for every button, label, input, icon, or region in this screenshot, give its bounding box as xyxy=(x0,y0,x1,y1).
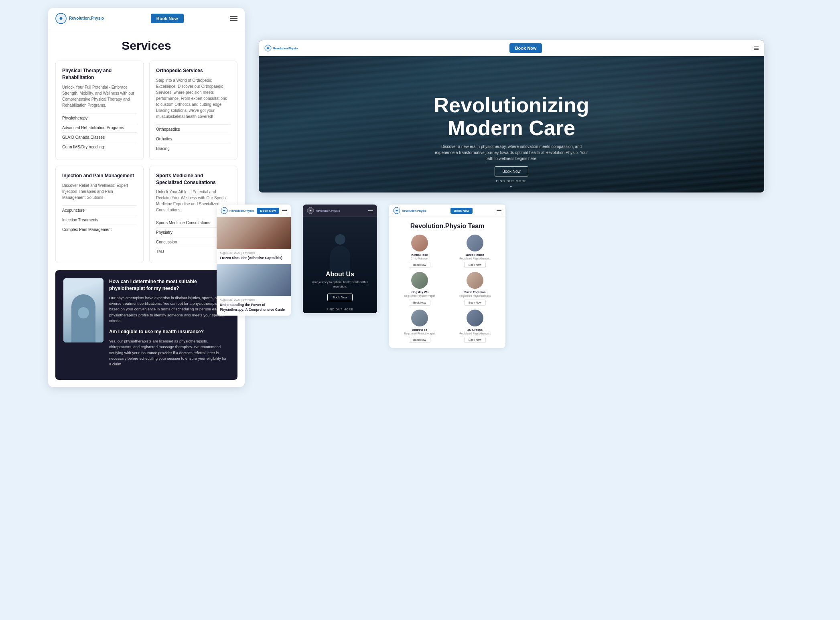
service-card-desc: Step into a World of Orthopedic Excellen… xyxy=(156,77,231,120)
hero-book-button[interactable]: Book Now xyxy=(495,166,528,176)
blog-hamburger-icon[interactable] xyxy=(282,209,287,213)
hero-subtitle: Discover a new era in physiotherapy, whe… xyxy=(431,144,592,162)
service-card-title: Sports Medicine and Specialized Consulta… xyxy=(156,172,231,186)
find-out-more-label: FIND OUT MORE xyxy=(496,179,527,188)
team-logo: Revolution.Physio xyxy=(393,207,426,214)
service-link-complex-pain[interactable]: Complex Pain Management xyxy=(62,225,137,234)
blog-post-2-meta: August 21, 2023 | 5 minutes xyxy=(217,296,291,302)
faq-question-1: How can I determine the most suitable ph… xyxy=(109,278,229,292)
hero-title-line1: Revolutionizing Modern Care xyxy=(431,94,592,140)
team-logo-text: Revolution.Physio xyxy=(402,209,426,212)
team-member-0: Kimia Rose Clinic Manager Book Now xyxy=(394,235,445,268)
member-name-1: Jared Ramos xyxy=(465,253,484,257)
team-hamburger-icon[interactable] xyxy=(497,209,501,213)
member-book-button-2[interactable]: Book Now xyxy=(409,300,430,306)
hero-logo-icon xyxy=(264,45,272,52)
blog-panel: Revolution.Physio Book Now August 30, 20… xyxy=(217,205,291,316)
blog-post-1: August 30, 2023 | 5 minutes Frozen Shoul… xyxy=(217,217,291,264)
member-avatar-2 xyxy=(411,272,428,289)
faq-question-2: Am I eligible to use my health insurance… xyxy=(109,328,229,335)
service-link-advanced-rehab[interactable]: Advanced Rehabilitation Programs xyxy=(62,123,137,132)
faq-content: How can I determine the most suitable ph… xyxy=(109,278,229,372)
about-hamburger-icon[interactable] xyxy=(368,209,373,213)
services-grid: Physical Therapy and Rehabilitation Unlo… xyxy=(48,61,245,270)
team-book-button[interactable]: Book Now xyxy=(450,208,473,214)
team-title: Revolution.Physio Team xyxy=(389,217,505,235)
about-book-button[interactable]: Book Now xyxy=(327,294,352,301)
faq-answer-2: Yes, our physiotherapists are licensed a… xyxy=(109,338,229,367)
team-grid: Kimia Rose Clinic Manager Book Now Jared… xyxy=(389,235,505,348)
about-logo: Revolution.Physio xyxy=(307,207,340,214)
hero-logo-text: Revolution.Physio xyxy=(273,47,298,50)
member-role-0: Clinic Manager xyxy=(411,257,428,260)
hero-content: Revolutionizing Modern Care Discover a n… xyxy=(431,94,592,176)
hamburger-menu-icon[interactable] xyxy=(230,16,237,21)
bottom-row: Revolution.Physio Book Now August 30, 20… xyxy=(217,205,505,348)
member-role-1: Registered Physiotherapist xyxy=(459,257,491,260)
blog-logo-icon xyxy=(221,207,228,214)
member-avatar-0 xyxy=(411,235,428,251)
blog-book-button[interactable]: Book Now xyxy=(257,208,279,214)
blog-post-2-title[interactable]: Understanding the Power of Physiotherapy… xyxy=(217,302,291,316)
member-role-4: Registered Physiotherapist xyxy=(404,332,435,335)
svg-point-5 xyxy=(223,210,225,211)
service-card-title: Orthopedic Services xyxy=(156,67,231,74)
service-link-bracing[interactable]: Bracing xyxy=(156,144,231,153)
member-name-0: Kimia Rose xyxy=(412,253,428,257)
faq-image xyxy=(63,278,103,342)
svg-point-3 xyxy=(267,47,269,49)
service-link-acupuncture[interactable]: Acupuncture xyxy=(62,205,137,215)
service-card-desc: Discover Relief and Wellness: Expert Inj… xyxy=(62,182,137,201)
team-panel-header: Revolution.Physio Book Now xyxy=(389,205,505,217)
service-link-gunn[interactable]: Gunn IMS/Dry needling xyxy=(62,142,137,152)
member-avatar-4 xyxy=(411,310,428,326)
service-card-injection: Injection and Pain Management Discover R… xyxy=(55,166,144,263)
blog-post-1-title[interactable]: Frozen Shoulder (Adhesive Capsulitis) xyxy=(217,255,291,264)
member-role-3: Registered Physiotherapist xyxy=(459,294,491,298)
blog-panel-header: Revolution.Physio Book Now xyxy=(217,205,291,217)
member-book-button-4[interactable]: Book Now xyxy=(409,337,430,343)
member-book-button-1[interactable]: Book Now xyxy=(464,262,486,268)
member-book-button-0[interactable]: Book Now xyxy=(409,262,430,268)
hero-image-area: Revolutionizing Modern Care Discover a n… xyxy=(259,56,764,192)
service-link-orthotics[interactable]: Orthotics xyxy=(156,134,231,144)
faq-answer-1: Our physiotherapists have expertise in d… xyxy=(109,295,229,324)
service-card-physical-therapy: Physical Therapy and Rehabilitation Unlo… xyxy=(55,61,144,160)
service-link-orthopaedics[interactable]: Orthopaedics xyxy=(156,124,231,134)
member-role-2: Registered Physiotherapist xyxy=(404,294,435,298)
service-link-injection-treatments[interactable]: Injection Treatments xyxy=(62,215,137,225)
hero-hamburger-icon[interactable] xyxy=(754,47,759,50)
svg-point-9 xyxy=(396,210,398,211)
panel-header: Revolution.Physio Book Now xyxy=(48,8,245,29)
service-link-glad[interactable]: GLA:D Canada Classes xyxy=(62,132,137,142)
blog-logo-text: Revolution.Physio xyxy=(229,209,254,212)
about-logo-text: Revolution.Physio xyxy=(316,209,340,212)
service-link-physiotherapy[interactable]: Physiotherapy xyxy=(62,113,137,123)
member-avatar-5 xyxy=(467,310,483,326)
team-member-5: JC Grosso Registered Physiotherapist Boo… xyxy=(449,310,501,343)
service-card-orthopedic: Orthopedic Services Step into a World of… xyxy=(149,61,237,160)
logo-text: Revolution.Physio xyxy=(69,16,104,21)
member-book-button-3[interactable]: Book Now xyxy=(464,300,486,306)
book-now-button[interactable]: Book Now xyxy=(151,14,184,23)
member-book-button-5[interactable]: Book Now xyxy=(464,337,486,343)
blog-post-image-2 xyxy=(217,264,291,296)
blog-post-image-1 xyxy=(217,217,291,249)
faq-section: How can I determine the most suitable ph… xyxy=(55,270,237,380)
hero-panel-header: Revolution.Physio Book Now xyxy=(259,40,764,56)
team-panel: Revolution.Physio Book Now Revolution.Ph… xyxy=(389,205,505,348)
team-member-1: Jared Ramos Registered Physiotherapist B… xyxy=(449,235,501,268)
member-avatar-1 xyxy=(467,235,483,251)
page-title: Services xyxy=(48,29,245,61)
service-card-title: Physical Therapy and Rehabilitation xyxy=(62,67,137,81)
logo-area: Revolution.Physio xyxy=(55,13,104,24)
hero-panel: Revolution.Physio Book Now Revolutionizi… xyxy=(259,40,764,192)
hero-book-now-button[interactable]: Book Now xyxy=(509,43,542,53)
team-member-4: Andrew To Registered Physiotherapist Boo… xyxy=(394,310,445,343)
team-member-3: Suzie Foreman Registered Physiotherapist… xyxy=(449,272,501,305)
about-subtitle: Your journey to optimal health starts wi… xyxy=(303,280,377,289)
svg-point-1 xyxy=(60,17,62,20)
member-name-2: Kingsley Wu xyxy=(411,290,429,294)
member-name-4: Andrew To xyxy=(412,328,427,332)
svg-point-7 xyxy=(310,210,311,211)
